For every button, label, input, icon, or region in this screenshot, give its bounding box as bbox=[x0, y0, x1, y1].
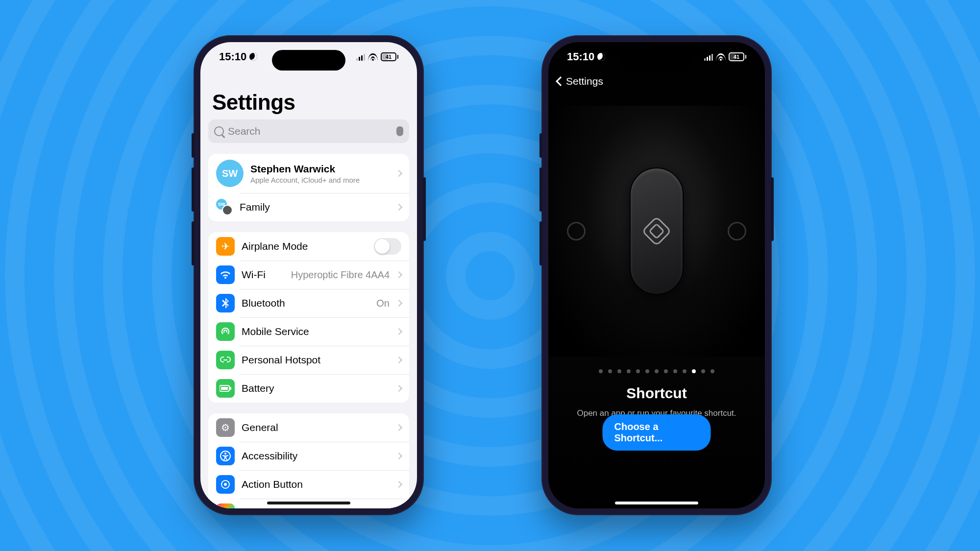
action-button-preview[interactable] bbox=[548, 106, 765, 357]
hotspot-icon bbox=[216, 351, 235, 369]
family-avatars: SW bbox=[216, 199, 233, 216]
focus-moon-icon bbox=[597, 53, 605, 61]
cellular-icon bbox=[216, 322, 235, 341]
page-indicator[interactable] bbox=[548, 369, 765, 373]
chevron-right-icon bbox=[395, 328, 402, 335]
chevron-right-icon bbox=[395, 204, 402, 211]
next-option-icon bbox=[724, 218, 750, 244]
choose-shortcut-button[interactable]: Choose a Shortcut... bbox=[603, 414, 711, 451]
general-group: ⚙ General Accessibility Action Button bbox=[208, 413, 409, 508]
airplane-icon: ✈ bbox=[216, 237, 235, 256]
option-title: Shortcut bbox=[548, 385, 765, 402]
page-title: Settings bbox=[212, 90, 405, 115]
battery-icon: 41 bbox=[381, 52, 398, 61]
svg-point-4 bbox=[224, 453, 226, 455]
profile-name: Stephen Warwick bbox=[250, 163, 390, 175]
battery-icon: 41 bbox=[729, 52, 746, 61]
wifi-row[interactable]: Wi-Fi Hyperoptic Fibre 4AA4 bbox=[208, 261, 409, 289]
battery-row[interactable]: Battery bbox=[208, 374, 409, 403]
chevron-right-icon bbox=[395, 424, 402, 431]
status-time: 15:10 bbox=[567, 50, 594, 63]
bluetooth-icon bbox=[216, 294, 235, 312]
home-indicator[interactable] bbox=[615, 502, 698, 504]
action-button-screen: 15:10 41 Settings bbox=[548, 42, 765, 508]
general-row[interactable]: ⚙ General bbox=[208, 413, 409, 442]
bluetooth-status: On bbox=[376, 298, 390, 309]
mobile-service-row[interactable]: Mobile Service bbox=[208, 317, 409, 346]
action-button-row[interactable]: Action Button bbox=[208, 470, 409, 499]
chevron-right-icon bbox=[395, 271, 402, 278]
dynamic-island bbox=[272, 50, 345, 71]
apple-intelligence-icon: ✦ bbox=[216, 503, 235, 508]
search-input[interactable]: Search bbox=[208, 120, 409, 143]
focus-moon-icon bbox=[249, 53, 257, 61]
account-group: SW Stephen Warwick Apple Account, iCloud… bbox=[208, 154, 409, 221]
background-rings bbox=[0, 0, 980, 551]
action-button-icon bbox=[216, 475, 235, 494]
avatar: SW bbox=[216, 160, 244, 187]
chevron-right-icon bbox=[395, 453, 402, 459]
phone-left: 15:10 41 Settings Search bbox=[194, 35, 424, 515]
connectivity-group: ✈ Airplane Mode Wi-Fi Hyperoptic Fibre 4… bbox=[208, 232, 409, 403]
profile-sub: Apple Account, iCloud+ and more bbox=[250, 176, 390, 184]
shortcut-icon bbox=[641, 216, 672, 246]
accessibility-row[interactable]: Accessibility bbox=[208, 442, 409, 470]
chevron-right-icon bbox=[395, 481, 402, 488]
svg-rect-2 bbox=[230, 387, 231, 390]
settings-screen: 15:10 41 Settings Search bbox=[200, 42, 417, 508]
status-time: 15:10 bbox=[219, 50, 246, 63]
dictation-icon[interactable] bbox=[396, 126, 403, 136]
chevron-left-icon bbox=[556, 76, 565, 86]
wifi-icon bbox=[716, 53, 726, 61]
apple-account-row[interactable]: SW Stephen Warwick Apple Account, iCloud… bbox=[208, 154, 409, 193]
svg-rect-1 bbox=[221, 387, 228, 390]
home-indicator[interactable] bbox=[267, 502, 350, 504]
family-row[interactable]: SW Family bbox=[208, 193, 409, 221]
chevron-right-icon bbox=[395, 170, 402, 177]
action-button-visual bbox=[630, 168, 684, 295]
dynamic-island bbox=[620, 50, 693, 71]
wifi-icon bbox=[368, 53, 378, 61]
airplane-toggle[interactable] bbox=[374, 238, 401, 255]
prev-option-icon bbox=[563, 218, 589, 244]
bluetooth-row[interactable]: Bluetooth On bbox=[208, 289, 409, 317]
svg-point-6 bbox=[224, 483, 227, 486]
battery-settings-icon bbox=[216, 379, 235, 398]
search-icon bbox=[214, 126, 224, 136]
gear-icon: ⚙ bbox=[216, 418, 235, 437]
chevron-right-icon bbox=[395, 357, 402, 363]
airplane-mode-row[interactable]: ✈ Airplane Mode bbox=[208, 232, 409, 261]
search-placeholder: Search bbox=[228, 125, 392, 137]
back-button[interactable]: Settings bbox=[548, 73, 765, 89]
wifi-settings-icon bbox=[216, 265, 235, 284]
chevron-right-icon bbox=[395, 385, 402, 392]
accessibility-icon bbox=[216, 447, 235, 465]
chevron-right-icon bbox=[395, 300, 402, 307]
cellular-signal-icon bbox=[356, 53, 365, 61]
cellular-signal-icon bbox=[704, 53, 713, 61]
wifi-network-name: Hyperoptic Fibre 4AA4 bbox=[291, 269, 390, 281]
hotspot-row[interactable]: Personal Hotspot bbox=[208, 346, 409, 374]
phone-right: 15:10 41 Settings bbox=[541, 35, 772, 515]
